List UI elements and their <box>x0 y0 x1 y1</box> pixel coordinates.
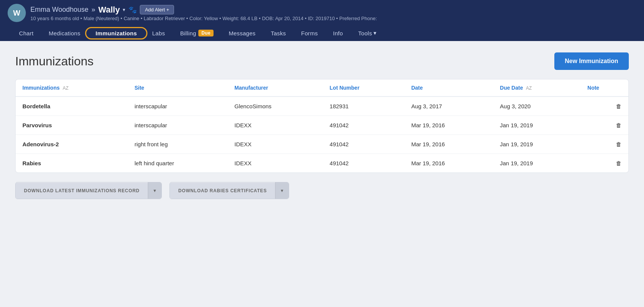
new-immunization-button[interactable]: New Immunization <box>554 52 629 70</box>
col-immunization[interactable]: Immunizations AZ <box>16 79 128 97</box>
td-lot-number: 182931 <box>323 97 405 116</box>
nav-bar: Chart Medications Immunizations Labs Bil… <box>8 25 636 41</box>
td-manufacturer: IDEXX <box>228 154 323 173</box>
td-due-date: Jan 19, 2019 <box>493 116 581 135</box>
td-due-date: Jan 19, 2019 <box>493 154 581 173</box>
td-lot-number: 491042 <box>323 154 405 173</box>
nav-item-immunizations[interactable]: Immunizations <box>88 25 145 41</box>
td-name: Parvovirus <box>16 116 128 135</box>
nav-item-messages[interactable]: Messages <box>221 25 263 41</box>
page-header: Immunizations New Immunization <box>15 52 629 70</box>
delete-row-button[interactable]: 🗑 <box>581 116 628 135</box>
td-site: right front leg <box>128 135 228 154</box>
delete-row-button[interactable]: 🗑 <box>581 135 628 154</box>
td-due-date: Aug 3, 2020 <box>493 97 581 116</box>
td-name: Rabies <box>16 154 128 173</box>
bottom-buttons: DOWNLOAD LATEST IMMUNIZATIONS RECORD ▾ D… <box>15 182 629 199</box>
td-site: interscapular <box>128 97 228 116</box>
immunization-table-card: Immunizations AZ Site Manufacturer Lot N… <box>15 79 629 173</box>
nav-item-forms[interactable]: Forms <box>294 25 326 41</box>
download-rabies-arrow[interactable]: ▾ <box>275 182 289 199</box>
download-immunizations-btn[interactable]: DOWNLOAD LATEST IMMUNIZATIONS RECORD ▾ <box>15 182 162 199</box>
td-manufacturer: GlencoSimons <box>228 97 323 116</box>
col-lot-number: Lot Number <box>323 79 405 97</box>
td-lot-number: 491042 <box>323 116 405 135</box>
td-lot-number: 491042 <box>323 135 405 154</box>
table-row: Parvovirus interscapular IDEXX 491042 Ma… <box>16 116 628 135</box>
download-immunizations-arrow[interactable]: ▾ <box>148 182 161 199</box>
delete-row-button[interactable]: 🗑 <box>581 97 628 116</box>
col-note: Note <box>581 79 628 97</box>
col-date: Date <box>404 79 493 97</box>
patient-avatar: W <box>8 4 26 22</box>
td-date: Mar 19, 2016 <box>404 116 493 135</box>
immunization-table: Immunizations AZ Site Manufacturer Lot N… <box>16 79 628 172</box>
patient-details: 10 years 6 months old • Male (Neutered) … <box>30 16 377 21</box>
col-due-date[interactable]: Due Date AZ <box>493 79 581 97</box>
nav-item-medications[interactable]: Medications <box>41 25 88 41</box>
owner-name: Emma Woodhouse <box>30 6 89 14</box>
td-name: Adenovirus-2 <box>16 135 128 154</box>
td-date: Mar 19, 2016 <box>404 135 493 154</box>
nav-item-tasks[interactable]: Tasks <box>263 25 294 41</box>
pet-dropdown-icon[interactable]: ▾ <box>123 7 125 13</box>
td-name: Bordetella <box>16 97 128 116</box>
col-site: Site <box>128 79 228 97</box>
td-site: left hind quarter <box>128 154 228 173</box>
table-row: Bordetella interscapular GlencoSimons 18… <box>16 97 628 116</box>
sort-due-date-icon: AZ <box>526 85 532 91</box>
nav-item-labs[interactable]: Labs <box>144 25 172 41</box>
add-alert-button[interactable]: Add Alert + <box>140 5 174 14</box>
nav-item-chart[interactable]: Chart <box>11 25 41 41</box>
td-due-date: Jan 19, 2019 <box>493 135 581 154</box>
page-title: Immunizations <box>15 54 93 68</box>
td-manufacturer: IDEXX <box>228 116 323 135</box>
download-immunizations-main[interactable]: DOWNLOAD LATEST IMMUNIZATIONS RECORD <box>16 183 148 199</box>
delete-row-button[interactable]: 🗑 <box>581 154 628 173</box>
table-row: Rabies left hind quarter IDEXX 491042 Ma… <box>16 154 628 173</box>
tools-dropdown-icon: ▾ <box>373 30 377 36</box>
nav-item-info[interactable]: Info <box>326 25 351 41</box>
td-date: Mar 19, 2016 <box>404 154 493 173</box>
due-badge: Due <box>198 30 214 36</box>
nav-item-tools[interactable]: Tools ▾ <box>351 25 385 41</box>
td-date: Aug 3, 2017 <box>404 97 493 116</box>
sort-immunization-icon: AZ <box>63 85 68 91</box>
col-manufacturer: Manufacturer <box>228 79 323 97</box>
nav-item-billing[interactable]: Billing Due <box>172 25 221 41</box>
td-site: interscapular <box>128 116 228 135</box>
pet-name: Wally <box>98 5 120 15</box>
download-rabies-btn[interactable]: DOWNLOAD RABIES CERTIFICATES ▾ <box>169 182 289 199</box>
td-manufacturer: IDEXX <box>228 135 323 154</box>
paw-icon: 🐾 <box>128 6 137 14</box>
download-rabies-main[interactable]: DOWNLOAD RABIES CERTIFICATES <box>170 183 275 199</box>
table-row: Adenovirus-2 right front leg IDEXX 49104… <box>16 135 628 154</box>
